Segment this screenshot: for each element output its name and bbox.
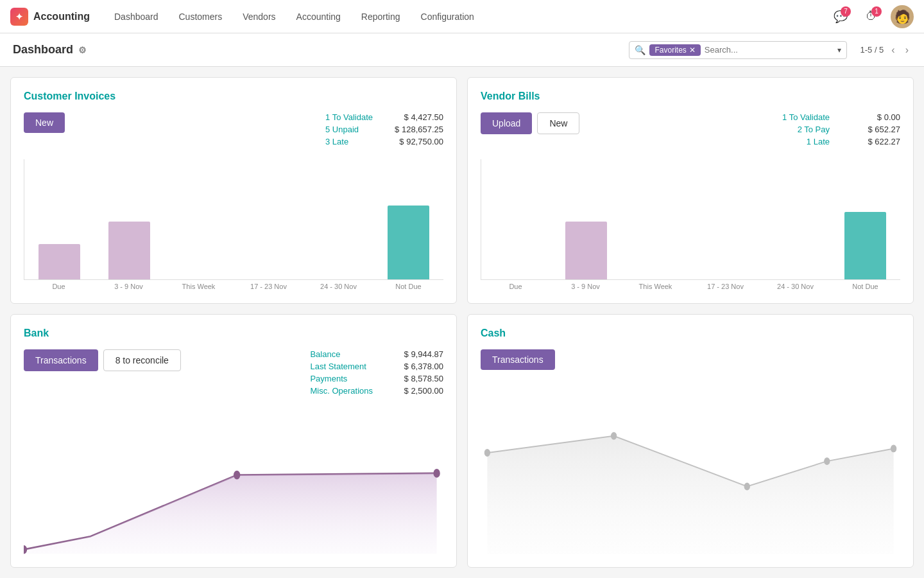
vb-label-17-23-nov: 17 - 23 Nov <box>690 280 760 290</box>
vb-bar-not-due-bar <box>844 212 886 279</box>
cash-area-path <box>487 436 893 554</box>
cash-point-2 <box>611 433 616 440</box>
nav-customers[interactable]: Customers <box>170 8 232 26</box>
bank-payments-value: $ 8,578.50 <box>386 374 443 383</box>
bank-payments-row: Payments $ 8,578.50 <box>310 374 443 383</box>
vendor-bills-new-button[interactable]: New <box>537 112 579 134</box>
search-bar: 🔍 Favorites ✕ ▾ <box>629 41 847 59</box>
bank-reconcile-button[interactable]: 8 to reconcile <box>103 349 181 371</box>
filter-close-icon[interactable]: ✕ <box>689 46 696 55</box>
bar-due[interactable] <box>24 196 94 279</box>
stat-row-validate: 1 To Validate $ 4,427.50 <box>325 112 443 122</box>
vb-bar-24-30-nov[interactable] <box>760 196 830 279</box>
late-label[interactable]: 3 Late <box>325 137 348 146</box>
bank-transactions-button[interactable]: Transactions <box>24 349 98 371</box>
vb-topay-label[interactable]: 2 To Pay <box>798 125 830 134</box>
cash-point-1 <box>484 450 490 457</box>
bar-due-bar <box>38 244 80 279</box>
label-3-9-nov: 3 - 9 Nov <box>94 280 164 290</box>
vb-bar-3-9-nov[interactable] <box>551 196 621 279</box>
nav-configuration[interactable]: Configuration <box>412 8 483 26</box>
cash-chart-svg <box>481 385 900 554</box>
vb-label-24-30-nov: 24 - 30 Nov <box>760 280 830 290</box>
vb-bar-labels: Due 3 - 9 Nov This Week 17 - 23 Nov 24 -… <box>481 280 900 290</box>
favorites-filter[interactable]: Favorites ✕ <box>649 44 700 56</box>
user-avatar[interactable]: 🧑 <box>891 5 914 28</box>
vendor-bills-upload-button[interactable]: Upload <box>481 112 532 134</box>
vb-validate-value: $ 0.00 <box>843 112 900 122</box>
filter-label: Favorites <box>654 46 686 55</box>
vb-label-due: Due <box>481 280 551 290</box>
bank-balance-label[interactable]: Balance <box>310 349 340 359</box>
bank-misc-label[interactable]: Misc. Operations <box>310 386 373 396</box>
nav-dashboard[interactable]: Dashboard <box>105 8 167 26</box>
bank-misc-row: Misc. Operations $ 2,500.00 <box>310 386 443 396</box>
vb-bar-this-week[interactable] <box>621 196 691 279</box>
vb-label-this-week: This Week <box>620 280 690 290</box>
customer-invoices-title: Customer Invoices <box>24 91 443 102</box>
cash-point-4 <box>825 458 830 465</box>
bank-balance-value: $ 9,944.87 <box>386 349 443 359</box>
vb-bar-17-23-nov[interactable] <box>690 196 760 279</box>
bank-statement-label[interactable]: Last Statement <box>310 362 366 371</box>
unpaid-label[interactable]: 5 Unpaid <box>325 125 359 134</box>
cash-top: Transactions <box>481 349 900 370</box>
bank-top: Transactions 8 to reconcile Balance $ 9,… <box>24 349 443 398</box>
customer-invoices-new-button[interactable]: New <box>24 112 65 133</box>
nav-reporting[interactable]: Reporting <box>352 8 409 26</box>
nav-accounting[interactable]: Accounting <box>287 8 350 26</box>
label-17-23-nov: 17 - 23 Nov <box>234 280 304 290</box>
cash-transactions-button[interactable]: Transactions <box>481 349 555 370</box>
bar-chart-inner <box>24 159 443 280</box>
validate-label[interactable]: 1 To Validate <box>325 112 373 122</box>
vb-validate-label[interactable]: 1 To Validate <box>782 112 830 122</box>
label-this-week: This Week <box>164 280 234 290</box>
brand-icon: ✦ <box>10 8 28 26</box>
next-page-button[interactable]: › <box>903 43 911 57</box>
nav-vendors[interactable]: Vendors <box>234 8 284 26</box>
bar-17-23-nov[interactable] <box>234 196 304 279</box>
vb-bar-due[interactable] <box>481 196 551 279</box>
vb-label-3-9-nov: 3 - 9 Nov <box>551 280 620 290</box>
label-not-due: Not Due <box>373 280 443 290</box>
nav-actions: 💬 7 ⏱ 1 🧑 <box>829 5 914 28</box>
bar-this-week[interactable] <box>164 196 234 279</box>
vb-stat-row-late: 1 Late $ 622.27 <box>782 137 900 146</box>
navbar: ✦ Accounting Dashboard Customers Vendors… <box>0 0 924 33</box>
vendor-bills-top: Upload New 1 To Validate $ 0.00 2 To Pay… <box>481 112 900 149</box>
vb-bar-not-due[interactable] <box>830 196 900 279</box>
bar-24-30-nov[interactable] <box>304 196 373 279</box>
brand[interactable]: ✦ Accounting <box>10 8 90 26</box>
bank-area-path <box>24 473 437 554</box>
search-dropdown-button[interactable]: ▾ <box>837 46 841 55</box>
validate-value: $ 4,427.50 <box>386 112 443 122</box>
bank-statement-row: Last Statement $ 6,378.00 <box>310 362 443 371</box>
settings-icon[interactable]: ⚙ <box>78 45 87 55</box>
bank-card: Bank Transactions 8 to reconcile Balance… <box>10 314 457 568</box>
stat-row-unpaid: 5 Unpaid $ 128,657.25 <box>325 125 443 134</box>
stat-row-late: 3 Late $ 92,750.00 <box>325 137 443 146</box>
vendor-bills-stats: 1 To Validate $ 0.00 2 To Pay $ 652.27 1… <box>782 112 900 149</box>
clock-badge: 1 <box>871 6 882 17</box>
vb-late-label[interactable]: 1 Late <box>807 137 830 146</box>
bar-not-due[interactable] <box>373 196 443 279</box>
bank-title: Bank <box>24 328 443 339</box>
bank-payments-label[interactable]: Payments <box>310 374 347 383</box>
vb-topay-value: $ 652.27 <box>843 125 900 134</box>
bar-3-9-nov-bar <box>108 222 150 279</box>
messages-button[interactable]: 💬 7 <box>829 5 852 28</box>
customer-invoices-top: New 1 To Validate $ 4,427.50 5 Unpaid $ … <box>24 112 443 149</box>
bar-3-9-nov[interactable] <box>94 196 164 279</box>
cash-card: Cash Transactions <box>467 314 914 568</box>
bank-statement-value: $ 6,378.00 <box>386 362 443 371</box>
bar-labels: Due 3 - 9 Nov This Week 17 - 23 Nov 24 -… <box>24 280 443 290</box>
vb-stat-row-topay: 2 To Pay $ 652.27 <box>782 125 900 134</box>
messages-badge: 7 <box>841 6 851 17</box>
vendor-bills-title: Vendor Bills <box>481 91 900 102</box>
pagination: 1-5 / 5 ‹ › <box>860 43 911 57</box>
search-input[interactable] <box>705 45 834 55</box>
prev-page-button[interactable]: ‹ <box>889 43 897 57</box>
bar-not-due-bar <box>388 206 429 279</box>
page-title-text: Dashboard <box>13 43 73 57</box>
clock-button[interactable]: ⏱ 1 <box>860 5 883 28</box>
